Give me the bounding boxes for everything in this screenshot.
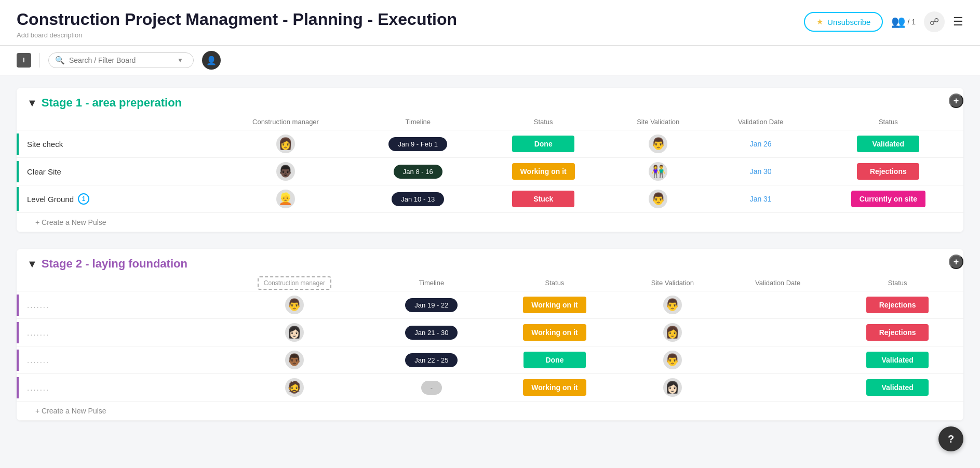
final-status-cell-3[interactable]: Validated	[831, 374, 963, 402]
construction-manager-cell-2: 👨🏾	[214, 346, 375, 374]
timeline-cell-0[interactable]: Jan 9 - Feb 1	[357, 130, 479, 158]
stage-2-col-headers: Construction manager Timeline Status Sit…	[17, 275, 963, 291]
validation-date-cell-1: Jan 30	[708, 158, 813, 185]
validation-date-cell-1	[724, 319, 831, 346]
construction-manager-cell-2: 👱	[214, 185, 357, 213]
stage-1-section: ▼ Stage 1 - area preperation + Construct…	[17, 88, 963, 232]
col-task-name	[17, 114, 214, 130]
menu-icon: ☰	[953, 15, 963, 28]
stage-1-title: Stage 1 - area preperation	[42, 96, 182, 110]
col2-task-name	[17, 275, 214, 291]
site-validation-cell-0: 👨	[608, 130, 708, 158]
stage-1-table-wrapper: Construction manager Timeline Status Sit…	[17, 114, 963, 232]
search-input[interactable]	[69, 56, 173, 64]
toolbar-divider	[39, 53, 40, 68]
top-header: Construction Project Managment - Plannin…	[0, 0, 980, 46]
stage-2-add-column-button[interactable]: +	[949, 255, 963, 269]
timeline-cell-1[interactable]: Jan 8 - 16	[357, 158, 479, 185]
col2-construction-manager: Construction manager	[214, 275, 375, 291]
stage-1-add-column-button[interactable]: +	[949, 93, 963, 108]
status-cell-1[interactable]: Working on it	[488, 319, 621, 346]
col-status: Status	[479, 114, 608, 130]
search-icon: 🔍	[55, 56, 65, 65]
timeline-cell-0[interactable]: Jan 19 - 22	[375, 291, 488, 319]
header-right: ★ Unsubscribe 👥 / 1 ☍ ☰	[804, 11, 963, 32]
help-button[interactable]: ?	[938, 426, 963, 451]
stage-1-table: Construction manager Timeline Status Sit…	[17, 114, 963, 232]
task-name-text: Site check	[27, 140, 63, 149]
add-pulse-row: + Create a New Pulse	[17, 213, 963, 232]
filter-toggle-button[interactable]: I	[17, 53, 31, 68]
status-cell-1[interactable]: Working on it	[479, 158, 608, 185]
status-cell-0[interactable]: Working on it	[488, 291, 621, 319]
timeline-pill: Jan 22 - 25	[405, 353, 458, 367]
unsubscribe-button[interactable]: ★ Unsubscribe	[804, 12, 883, 32]
hamburger-button[interactable]: ☰	[953, 15, 963, 29]
final-status-cell-2[interactable]: Currently on site	[813, 185, 963, 213]
timeline-pill: Jan 19 - 22	[405, 298, 458, 312]
status-cell-2[interactable]: Stuck	[479, 185, 608, 213]
avatar: 👨🏿	[276, 162, 295, 181]
final-status-badge: Rejections	[866, 324, 929, 341]
status-badge: Working on it	[523, 324, 586, 341]
task-name-text: Clear Site	[27, 167, 61, 176]
status-cell-3[interactable]: Working on it	[488, 374, 621, 402]
task-name-cell-1[interactable]: Clear Site	[17, 158, 214, 185]
final-status-cell-1[interactable]: Rejections	[831, 319, 963, 346]
task-name-cell-3[interactable]: .......	[17, 374, 214, 402]
avatar: 👱	[276, 190, 295, 208]
col2-final-status: Status	[831, 275, 963, 291]
avatar: 👩🏻	[285, 323, 304, 342]
task-name-cell-2[interactable]: Level Ground 1	[17, 185, 214, 213]
construction-manager-cell-3: 🧔	[214, 374, 375, 402]
users-icon: 👥	[891, 15, 905, 29]
add-pulse-button[interactable]: + Create a New Pulse	[25, 407, 955, 415]
board-content: ▼ Stage 1 - area preperation + Construct…	[0, 75, 980, 450]
stage-2-collapse-icon[interactable]: ▼	[27, 258, 37, 270]
task-name-cell-1[interactable]: .......	[17, 319, 214, 346]
status-cell-0[interactable]: Done	[479, 130, 608, 158]
chevron-down-icon[interactable]: ▼	[177, 57, 183, 64]
site-validation-avatar: 👨	[663, 351, 682, 369]
timeline-cell-1[interactable]: Jan 21 - 30	[375, 319, 488, 346]
validation-date-cell-2	[724, 346, 831, 374]
search-bar: 🔍 ▼	[48, 52, 194, 68]
user-avatar-filter[interactable]: 👤	[202, 51, 221, 70]
site-validation-cell-2: 👨	[608, 185, 708, 213]
activity-button[interactable]: ☍	[924, 11, 945, 32]
table-row: Clear Site 👨🏿 Jan 8 - 16 Working on it 👫…	[17, 158, 963, 185]
table-row: Site check 👩 Jan 9 - Feb 1 Done 👨 Jan 26…	[17, 130, 963, 158]
site-validation-avatar: 👩	[663, 323, 682, 342]
status-cell-2[interactable]: Done	[488, 346, 621, 374]
stage-1-col-headers: Construction manager Timeline Status Sit…	[17, 114, 963, 130]
user-count: 👥 / 1	[891, 15, 916, 29]
header-left: Construction Project Managment - Plannin…	[17, 9, 457, 39]
task-name-cell-0[interactable]: .......	[17, 291, 214, 319]
task-name-cell-0[interactable]: Site check	[17, 130, 214, 158]
final-status-cell-0[interactable]: Rejections	[831, 291, 963, 319]
final-status-cell-0[interactable]: Validated	[813, 130, 963, 158]
final-status-cell-2[interactable]: Validated	[831, 346, 963, 374]
add-pulse-button[interactable]: + Create a New Pulse	[25, 218, 955, 226]
stage-1-collapse-icon[interactable]: ▼	[27, 97, 37, 109]
timeline-cell-2[interactable]: Jan 22 - 25	[375, 346, 488, 374]
task-name-text: .......	[27, 301, 49, 310]
timeline-cell-3[interactable]: -	[375, 374, 488, 402]
task-name-text: .......	[27, 328, 49, 337]
add-pulse-cell: + Create a New Pulse	[17, 213, 963, 232]
site-validation-avatar: 👩🏻	[663, 378, 682, 397]
validation-date-cell-3	[724, 374, 831, 402]
avatar: 👩	[276, 135, 295, 153]
table-row: ....... 👩🏻 Jan 21 - 30 Working on it 👩 R…	[17, 319, 963, 346]
timeline-cell-2[interactable]: Jan 10 - 13	[357, 185, 479, 213]
table-row: ....... 👨 Jan 19 - 22 Working on it 👨 Re…	[17, 291, 963, 319]
user-icon: 👤	[206, 56, 217, 65]
avatar: 👨	[285, 296, 304, 314]
final-status-cell-1[interactable]: Rejections	[813, 158, 963, 185]
table-row: Level Ground 1 👱 Jan 10 - 13 Stuck 👨 Jan…	[17, 185, 963, 213]
site-validation-cell-2: 👨	[621, 346, 724, 374]
site-validation-avatar: 👨	[663, 296, 682, 314]
stage-2-table: Construction manager Timeline Status Sit…	[17, 275, 963, 421]
task-name-cell-2[interactable]: .......	[17, 346, 214, 374]
toolbar: I 🔍 ▼ 👤	[0, 46, 980, 75]
